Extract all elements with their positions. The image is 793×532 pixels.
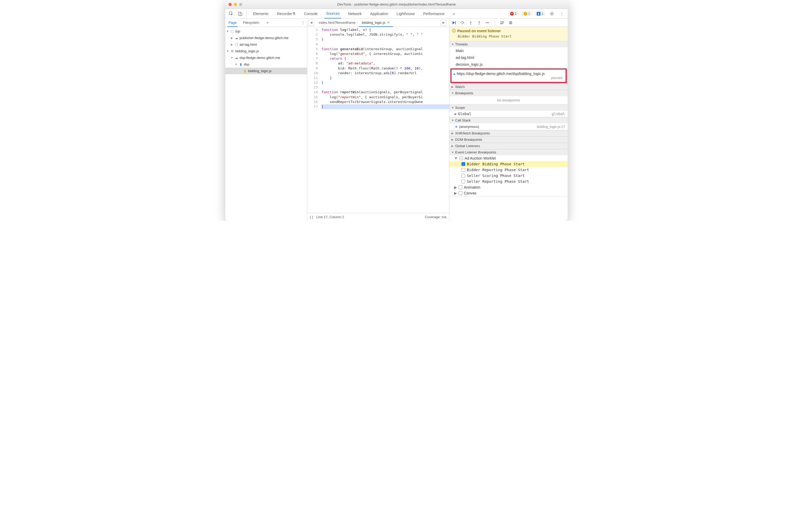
step-out-icon[interactable] <box>477 20 482 25</box>
resume-icon[interactable] <box>451 20 456 25</box>
callstack-frame[interactable]: ➔(anonymous)bidding_logic.js:17 <box>449 124 568 130</box>
inspect-icon[interactable] <box>227 10 235 17</box>
error-icon: ✕ <box>510 12 514 16</box>
tree-adtag[interactable]: ▶▢ad-tag.html <box>225 41 307 48</box>
evl-bidder-bidding[interactable]: Bidder Bidding Phase Start <box>449 161 568 167</box>
close-tab-icon[interactable]: ✕ <box>387 21 390 24</box>
watch-section: ▶Watch <box>449 84 568 90</box>
checkbox-checked[interactable] <box>461 162 465 166</box>
tree-origin[interactable]: ▶☁publisher-fledge-demo.glitch.me <box>225 35 307 41</box>
event-listener-bp-section: ▼Event Listener Breakpoints ▼Ad Auction … <box>449 149 568 196</box>
more-icon[interactable]: ⋮ <box>558 10 566 17</box>
code-editor[interactable]: 1234567891011121314151617 function log(l… <box>307 27 449 213</box>
warning-icon: ! <box>524 12 527 16</box>
filesystem-tab[interactable]: Filesystem <box>242 18 260 27</box>
tab-recorder[interactable]: Recorder ⚗ <box>275 9 297 18</box>
tab-lighthouse[interactable]: Lighthouse <box>395 9 417 18</box>
svg-point-10 <box>509 21 512 24</box>
file-tree: ▼▢top ▶☁publisher-fledge-demo.glitch.me … <box>225 27 307 221</box>
main-tabs: Elements Recorder ⚗ Console Sources Netw… <box>251 9 456 18</box>
svg-rect-2 <box>240 13 242 16</box>
svg-point-7 <box>479 23 480 24</box>
evl-bidder-reporting[interactable]: Bidder Reporting Phase Start <box>449 167 568 173</box>
evl-cat-adauction[interactable]: ▼Ad Auction Worklet <box>449 155 568 161</box>
checkbox[interactable] <box>461 168 465 172</box>
editor-tabs: ◀ index.html?fencedframe bidding_logic.j… <box>307 18 449 27</box>
checkbox[interactable] <box>458 191 462 195</box>
thread-adtag[interactable]: ad-tag.html <box>449 54 568 61</box>
step-over-icon[interactable] <box>460 20 465 25</box>
scope-global[interactable]: ▶Globalglobal <box>449 111 568 117</box>
tree-dsp-file[interactable]: ▮bidding_logic.js <box>225 68 307 74</box>
line-gutter: 1234567891011121314151617 <box>307 27 320 213</box>
issues-badge[interactable]: ❚1 <box>535 11 546 16</box>
evl-cat-animation[interactable]: ▶Animation <box>449 184 568 190</box>
devtools-window: DevTools - publisher-fledge-demo.glitch.… <box>225 0 568 221</box>
current-frame-icon: ➔ <box>455 125 457 129</box>
tree-top[interactable]: ▼▢top <box>225 28 307 35</box>
tab-sources[interactable]: Sources <box>324 9 341 18</box>
checkbox[interactable] <box>458 186 462 189</box>
tab-performance[interactable]: Performance <box>421 9 446 18</box>
thread-dsp-highlighted[interactable]: ➔ https://dsp-fledge-demo.glitch.me/dsp/… <box>450 69 567 83</box>
step-into-icon[interactable] <box>468 20 473 25</box>
device-icon[interactable] <box>237 10 244 17</box>
editor-statusbar: { } Line 17, Column 2 Coverage: n/a <box>307 213 449 221</box>
file-icon: ▮ <box>243 69 247 73</box>
checkbox-mixed[interactable] <box>459 156 463 160</box>
threads-header[interactable]: ▼Threads <box>449 41 568 47</box>
breakpoints-header[interactable]: ▼Breakpoints <box>449 90 568 96</box>
tree-dsp-folder[interactable]: ▼▮dsp <box>225 61 307 68</box>
main-toolbar: Elements Recorder ⚗ Console Sources Netw… <box>225 9 568 18</box>
svg-rect-12 <box>511 22 511 23</box>
warnings-badge[interactable]: !1 <box>522 11 532 16</box>
svg-point-5 <box>462 23 463 24</box>
code-content: function log(label, o) { console.log(lab… <box>320 27 449 213</box>
tree-worklet[interactable]: ▼⚙bidding_logic.js <box>225 48 307 54</box>
tab-network[interactable]: Network <box>346 9 363 18</box>
settings-icon[interactable] <box>548 10 555 17</box>
threads-section: ▼Threads Main ad-tag.html decision_logic… <box>449 41 568 84</box>
callstack-header[interactable]: ▼Call Stack <box>449 117 568 124</box>
editor-tab-index[interactable]: index.html?fencedframe <box>316 18 359 27</box>
deactivate-breakpoints-icon[interactable] <box>500 20 505 25</box>
thread-decision[interactable]: decision_logic.js <box>449 61 568 68</box>
tree-dsp-origin[interactable]: ▼☁dsp-fledge-demo.glitch.me <box>225 54 307 61</box>
format-icon[interactable]: { } <box>310 215 313 219</box>
errors-badge[interactable]: ✕1 <box>508 11 519 16</box>
nav-fwd-icon[interactable]: ▶ <box>441 20 447 26</box>
checkbox[interactable] <box>461 179 465 183</box>
window-title: DevTools - publisher-fledge-demo.glitch.… <box>225 2 568 6</box>
nav-more-icon[interactable]: » <box>266 18 270 27</box>
dom-bp-header[interactable]: ▶DOM Breakpoints <box>449 137 568 142</box>
tab-application[interactable]: Application <box>369 9 390 18</box>
xhr-bp-header[interactable]: ▶XHR/fetch Breakpoints <box>449 130 568 136</box>
cursor-position: Line 17, Column 2 <box>316 215 344 219</box>
tab-elements[interactable]: Elements <box>251 9 270 18</box>
page-tab[interactable]: Page <box>227 19 238 27</box>
nav-back-icon[interactable]: ◀ <box>308 20 314 26</box>
cloud-icon: ☁ <box>234 56 239 60</box>
issue-icon: ❚ <box>537 12 541 16</box>
svg-rect-4 <box>455 21 456 24</box>
checkbox[interactable] <box>461 174 465 177</box>
flask-icon: ⚗ <box>292 12 296 16</box>
paused-banner: ⓘPaused on event listener Bidder Bidding… <box>449 27 568 41</box>
pause-exceptions-icon[interactable] <box>508 20 513 25</box>
debug-toolbar <box>449 18 568 27</box>
scope-header[interactable]: ▼Scope <box>449 104 568 111</box>
editor-tab-bidding[interactable]: bidding_logic.js✕ <box>359 19 393 27</box>
event-listener-bp-header[interactable]: ▼Event Listener Breakpoints <box>449 149 568 155</box>
tab-console[interactable]: Console <box>302 9 319 18</box>
tabs-overflow-icon[interactable]: » <box>451 9 456 18</box>
svg-point-6 <box>470 23 471 24</box>
watch-header[interactable]: ▶Watch <box>449 84 568 90</box>
nav-menu-icon[interactable]: ⋮ <box>301 21 305 24</box>
evl-seller-scoring[interactable]: Seller Scoring Phase Start <box>449 173 568 178</box>
thread-main[interactable]: Main <box>449 47 568 54</box>
evl-cat-canvas[interactable]: ▶Canvas <box>449 190 568 196</box>
global-listeners-header[interactable]: ▶Global Listeners <box>449 143 568 149</box>
step-icon[interactable] <box>485 20 490 25</box>
evl-seller-reporting[interactable]: Seller Reporting Phase Start <box>449 178 568 184</box>
xhr-bp-section: ▶XHR/fetch Breakpoints <box>449 130 568 137</box>
